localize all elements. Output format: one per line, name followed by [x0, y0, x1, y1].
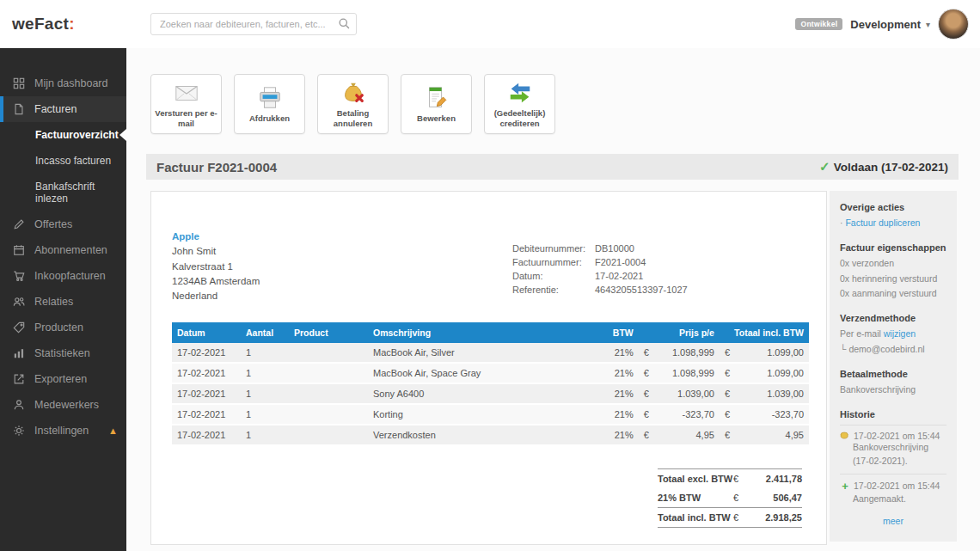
- search-input[interactable]: [150, 13, 357, 35]
- change-shipping-link[interactable]: wijzigen: [884, 328, 916, 339]
- sidebar-item-label: Relaties: [34, 296, 73, 308]
- sidebar-item-instellingen[interactable]: Instellingen ▲: [0, 418, 126, 444]
- cancel-payment-button[interactable]: Betaling annuleren: [317, 74, 389, 134]
- meta-label: Datum:: [512, 270, 595, 284]
- invoice-toolbar: Versturen per e-mail Afdrukken Betaling …: [150, 74, 980, 134]
- sidebar-item-bankafschrift-inlezen[interactable]: Bankafschrift inlezen: [0, 174, 126, 211]
- relations-icon: [13, 296, 25, 308]
- toolbar-button-label: Betaling annuleren: [320, 108, 386, 128]
- history-date: 17-02-2021 om 15:44: [854, 481, 940, 491]
- cell-currency: €: [720, 425, 735, 445]
- cell-prijs: 1.039,00: [654, 383, 720, 404]
- chevron-down-icon[interactable]: ▾: [926, 20, 930, 29]
- environment-selector[interactable]: Development: [850, 18, 921, 31]
- cell-aantal: 1: [241, 383, 289, 404]
- toolbar-button-label: Bewerken: [417, 113, 456, 123]
- sidebar-item-label: Exporteren: [34, 373, 87, 385]
- sidebar-item-producten[interactable]: Producten: [0, 315, 126, 340]
- toolbar-button-label: (Gedeeltelijk) crediteren: [487, 108, 553, 128]
- col-header-totaal: Totaal incl. BTW: [720, 322, 809, 343]
- cell-aantal: 1: [241, 363, 289, 383]
- more-history-link[interactable]: meer: [883, 516, 903, 526]
- history-text: Bankoverschrijving (17-02-2021).: [853, 441, 946, 468]
- table-row[interactable]: 17-02-2021 1 Verzendkosten 21% € 4,95 € …: [172, 425, 809, 445]
- logo-colon: :: [69, 15, 75, 33]
- cell-omschrijving: Korting: [368, 404, 597, 425]
- cell-product: [289, 404, 368, 425]
- sidebar-item-exporteren[interactable]: Exporteren: [0, 366, 126, 392]
- total-currency: €: [733, 512, 752, 523]
- page-title: Factuur F2021-0004: [156, 160, 277, 174]
- environment-badge: Ontwikkel: [795, 18, 842, 31]
- cell-datum: 17-02-2021: [172, 343, 241, 363]
- cell-currency: €: [639, 363, 654, 383]
- sidebar-item-facturen[interactable]: Facturen: [0, 96, 126, 122]
- top-bar: weFact: Ontwikkel Development ▾: [0, 0, 980, 48]
- main-area: Versturen per e-mail Afdrukken Betaling …: [126, 48, 980, 551]
- search-icon[interactable]: [338, 17, 351, 30]
- invoice-document: Apple John Smit Kalverstraat 1 1234AB Am…: [150, 191, 827, 545]
- print-button[interactable]: Afdrukken: [234, 74, 305, 134]
- printer-icon: [257, 85, 283, 111]
- invoice-meta: Debiteurnummer:DB10000 Factuurnummer:F20…: [512, 242, 688, 303]
- toolbar-button-label: Afdrukken: [249, 113, 290, 123]
- table-row[interactable]: 17-02-2021 1 Korting 21% € -323,70 € -32…: [172, 404, 809, 425]
- cell-aantal: 1: [241, 404, 289, 425]
- total-value: 2.918,25: [752, 512, 802, 523]
- history-entry: + 17-02-2021 om 15:44 Aangemaakt.: [840, 474, 946, 506]
- credit-button[interactable]: (Gedeeltelijk) crediteren: [484, 74, 555, 134]
- duplicate-invoice-link[interactable]: Factuur dupliceren: [845, 217, 920, 228]
- sidebar-item-factuuroverzicht[interactable]: Factuuroverzicht: [0, 122, 126, 148]
- sidebar-item-inkoopfacturen[interactable]: Inkoopfacturen: [0, 263, 126, 289]
- send-email-button[interactable]: Versturen per e-mail: [150, 74, 222, 134]
- sidebar-item-label: Instellingen: [34, 425, 89, 437]
- sidebar: Mijn dashboard Facturen Factuuroverzicht…: [0, 48, 126, 551]
- sidebar-item-relaties[interactable]: Relaties: [0, 289, 126, 315]
- cell-omschrijving: MacBook Air, Silver: [368, 343, 597, 363]
- sidebar-item-offertes[interactable]: Offertes: [0, 211, 126, 237]
- avatar[interactable]: [938, 9, 969, 40]
- table-row[interactable]: 17-02-2021 1 MacBook Air, Space Gray 21%…: [172, 363, 809, 383]
- cell-product: [289, 383, 368, 404]
- employee-icon: [13, 399, 25, 411]
- cell-datum: 17-02-2021: [172, 383, 241, 404]
- meta-value: DB10000: [595, 242, 634, 256]
- total-currency: €: [733, 493, 752, 503]
- col-header-aantal: Aantal: [241, 322, 289, 343]
- cell-currency: €: [720, 363, 735, 383]
- cell-currency: €: [639, 425, 654, 445]
- cell-btw: 21%: [597, 383, 639, 404]
- cell-prijs: 1.098,999: [654, 363, 720, 383]
- sidebar-item-label: Statistieken: [34, 347, 90, 359]
- cell-btw: 21%: [597, 363, 639, 383]
- cell-currency: €: [639, 404, 654, 425]
- sidebar-item-label: Producten: [34, 321, 83, 334]
- created-icon: +: [840, 480, 850, 493]
- customer-postal-city: 1234AB Amsterdam: [172, 274, 512, 289]
- edit-button[interactable]: Bewerken: [401, 74, 472, 134]
- check-icon: ✓: [819, 159, 830, 174]
- sidebar-item-dashboard[interactable]: Mijn dashboard: [0, 70, 126, 96]
- total-label: 21% BTW: [658, 493, 733, 503]
- cell-prijs: 4,95: [654, 425, 720, 445]
- cell-currency: €: [720, 404, 735, 425]
- history-date: 17-02-2021 om 15:44: [854, 431, 940, 441]
- customer-name-link[interactable]: Apple: [172, 230, 512, 244]
- col-header-prijs: Prijs p/e: [639, 322, 720, 343]
- cell-currency: €: [720, 343, 735, 363]
- cell-prijs: 1.098,999: [654, 343, 720, 363]
- table-row[interactable]: 17-02-2021 1 Sony A6400 21% € 1.039,00 €…: [172, 383, 809, 404]
- cell-datum: 17-02-2021: [172, 404, 241, 425]
- table-header-row: Datum Aantal Product Omschrijving BTW Pr…: [172, 322, 809, 343]
- sidebar-item-incasso-facturen[interactable]: Incasso facturen: [0, 148, 126, 174]
- cell-omschrijving: Verzendkosten: [368, 425, 597, 445]
- table-row[interactable]: 17-02-2021 1 MacBook Air, Silver 21% € 1…: [172, 343, 809, 363]
- search-box: [150, 13, 357, 35]
- property-sent: 0x verzonden: [840, 256, 946, 271]
- sidebar-item-medewerkers[interactable]: Medewerkers: [0, 392, 126, 418]
- sidebar-item-label: Medewerkers: [34, 399, 99, 411]
- sidebar-item-statistieken[interactable]: Statistieken: [0, 340, 126, 366]
- sidebar-item-abonnementen[interactable]: Abonnementen: [0, 237, 126, 263]
- settings-icon: [13, 425, 25, 437]
- property-reminder: 0x herinnering verstuurd: [840, 272, 946, 286]
